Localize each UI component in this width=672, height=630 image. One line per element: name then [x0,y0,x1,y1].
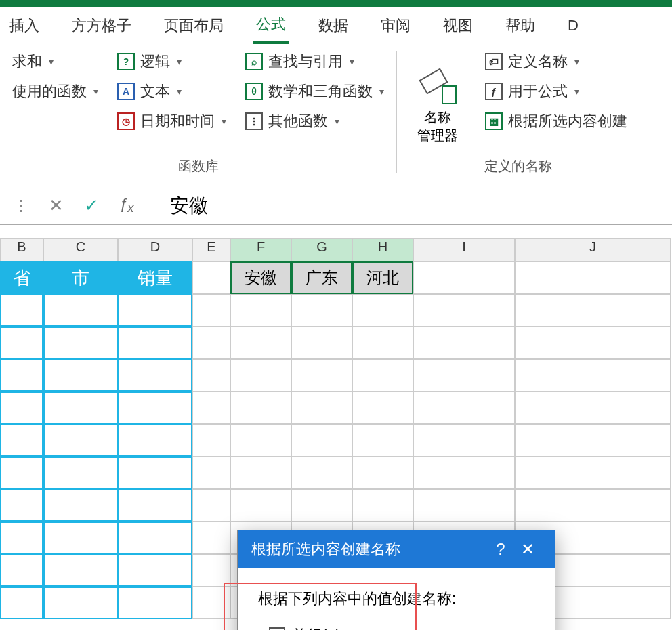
cell[interactable] [43,554,118,587]
cell[interactable] [43,522,118,554]
dialog-titlebar[interactable]: 根据所选内容创建名称 ? ✕ [238,530,555,568]
cell[interactable] [192,522,230,554]
formula-input[interactable] [161,191,672,221]
cell[interactable] [192,327,230,359]
autosum-button[interactable]: 求和▾ [12,51,98,72]
cell[interactable] [515,457,671,489]
cell[interactable] [413,424,515,457]
cell[interactable] [0,359,43,392]
cell[interactable] [352,457,413,489]
cell[interactable] [192,294,230,327]
col-header-G[interactable]: G [291,238,352,261]
tab-page-layout[interactable]: 页面布局 [161,9,226,43]
cell-D1[interactable]: 销量 [118,261,192,294]
use-in-formula-button[interactable]: ƒ用于公式▾ [485,81,627,102]
lookup-button[interactable]: ⌕查找与引用▾ [245,51,384,72]
cell[interactable] [230,489,291,522]
cell[interactable] [515,489,671,522]
cell[interactable] [118,522,192,554]
cell-B1[interactable]: 省 [0,261,43,294]
col-header-J[interactable]: J [515,238,671,261]
dialog-help-button[interactable]: ? [487,540,514,559]
text-button[interactable]: A文本▾ [117,81,226,102]
cell[interactable] [118,554,192,587]
cell[interactable] [230,359,291,392]
tab-fangfang[interactable]: 方方格子 [69,9,134,43]
fx-label[interactable]: ƒx [119,195,133,215]
cell[interactable] [352,359,413,392]
name-manager-button[interactable]: 名称 管理器 [409,51,466,153]
col-header-B[interactable]: B [0,238,43,261]
checkbox-top-row[interactable] [269,627,285,630]
cell[interactable] [43,489,118,522]
cell[interactable] [118,424,192,457]
col-header-D[interactable]: D [118,238,192,261]
checkbox-row-top[interactable]: 首行(T) [269,625,534,630]
other-functions-button[interactable]: ⋮其他函数▾ [245,111,384,131]
cell-J1[interactable] [515,261,671,294]
tab-help[interactable]: 帮助 [503,9,538,43]
tab-formula[interactable]: 公式 [253,7,289,44]
cell[interactable] [118,294,192,327]
cell[interactable] [413,359,515,392]
create-from-selection-button[interactable]: ▦根据所选内容创建 [485,111,627,131]
define-name-button[interactable]: 🏷定义名称▾ [485,51,627,72]
cell[interactable] [43,424,118,457]
cell[interactable] [291,294,352,327]
col-header-I[interactable]: I [413,238,515,261]
cell[interactable] [413,294,515,327]
cell[interactable] [43,327,118,359]
cell[interactable] [352,424,413,457]
cell-H1[interactable]: 河北 [352,261,413,294]
cell[interactable] [515,359,671,392]
logic-button[interactable]: ?逻辑▾ [117,51,226,72]
cell[interactable] [118,327,192,359]
cell[interactable] [0,554,43,587]
cell[interactable] [118,587,192,619]
col-header-H[interactable]: H [352,238,413,261]
cell[interactable] [230,424,291,457]
cell[interactable] [118,457,192,489]
cell[interactable] [192,457,230,489]
cell[interactable] [515,327,671,359]
tab-data[interactable]: 数据 [316,9,351,43]
cell[interactable] [0,457,43,489]
tab-insert[interactable]: 插入 [7,9,42,43]
cell[interactable] [291,392,352,424]
cell[interactable] [43,457,118,489]
cell[interactable] [192,489,230,522]
accept-formula-button[interactable]: ✓ [84,195,99,216]
cell[interactable] [0,424,43,457]
col-header-E[interactable]: E [192,238,230,261]
col-header-C[interactable]: C [43,238,118,261]
cell[interactable] [413,327,515,359]
cell[interactable] [291,359,352,392]
cell[interactable] [118,392,192,424]
cell[interactable] [43,294,118,327]
cell[interactable] [352,489,413,522]
cell[interactable] [0,327,43,359]
cell-G1[interactable]: 广东 [291,261,352,294]
cell[interactable] [43,587,118,619]
cell[interactable] [0,587,43,619]
cell[interactable] [192,554,230,587]
datetime-button[interactable]: ◷日期和时间▾ [117,111,226,131]
dialog-close-button[interactable]: ✕ [514,540,541,559]
cell[interactable] [291,424,352,457]
cell[interactable] [0,392,43,424]
spreadsheet-grid[interactable]: B C D E F G H I J 省 市 销量 安徽 广东 河北 根据所选内容… [0,238,672,619]
cancel-formula-button[interactable]: ✕ [49,195,64,216]
cell[interactable] [192,392,230,424]
cell[interactable] [43,392,118,424]
cell[interactable] [192,587,230,619]
cell[interactable] [192,359,230,392]
cell[interactable] [515,392,671,424]
cell[interactable] [230,294,291,327]
formula-bar-options-icon[interactable]: ⋮ [14,197,28,215]
cell[interactable] [413,489,515,522]
cell-I1[interactable] [413,261,515,294]
cell[interactable] [230,392,291,424]
recent-functions-button[interactable]: 使用的函数▾ [12,81,98,102]
cell-C1[interactable]: 市 [43,261,118,294]
cell[interactable] [230,457,291,489]
